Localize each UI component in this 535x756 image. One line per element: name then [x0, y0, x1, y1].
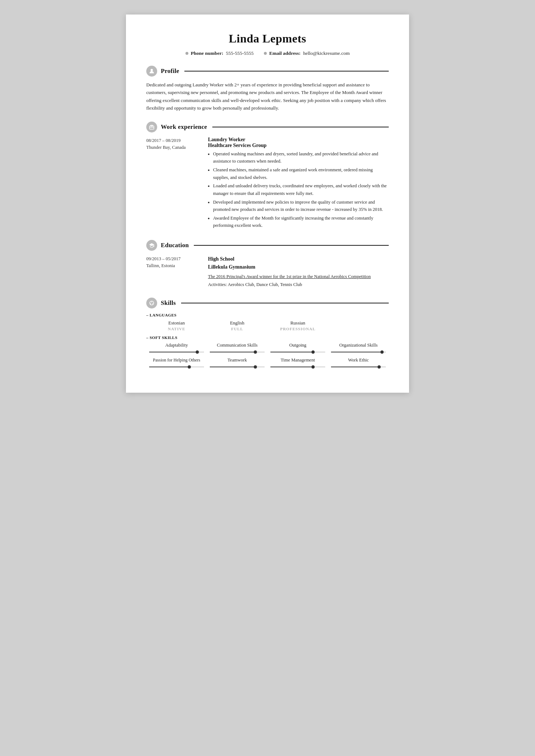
- candidate-name: Linda Lepmets: [146, 32, 389, 45]
- edu-entry-right: High School Lillekula Gymnasium The 2016…: [208, 255, 389, 288]
- skill-adaptability: Adaptability: [146, 343, 207, 350]
- edu-location: Tallinn, Estonia: [146, 262, 208, 269]
- work-entry-left: 08/2017 – 08/2019 Thunder Bay, Canada: [146, 137, 208, 230]
- lang-russian-level: PROFESSIONAL: [268, 327, 328, 331]
- skill-bar-work-ethic: [328, 367, 389, 367]
- lang-estonian: Estonian NATIVE: [146, 320, 207, 331]
- lang-english-name: English: [207, 320, 268, 326]
- soft-skills-row2-bars: [146, 367, 389, 367]
- education-title: Education: [161, 242, 189, 249]
- work-bullet-3: Loaded and unloaded delivery trucks, coo…: [213, 182, 389, 197]
- phone-value: 555-555-5555: [226, 50, 254, 56]
- work-divider: [212, 127, 389, 127]
- skill-fill-passion: [149, 367, 188, 367]
- skills-icon: [146, 298, 157, 308]
- edu-section-header: Education: [146, 240, 389, 251]
- skill-teamwork: Teamwork: [207, 357, 268, 365]
- edu-entry: 09/2013 – 05/2017 Tallinn, Estonia High …: [146, 255, 389, 288]
- skill-work-ethic: Work Ethic: [328, 357, 389, 365]
- email-dot-icon: [264, 52, 267, 55]
- work-dates: 08/2017 – 08/2019: [146, 137, 208, 144]
- profile-section: Profile Dedicated and outgoing Laundry W…: [146, 66, 389, 112]
- edu-institution: Lillekula Gymnasium: [208, 263, 389, 271]
- skills-divider: [181, 303, 389, 303]
- skill-bar-organizational: [328, 352, 389, 352]
- skill-communication: Communication Skills: [207, 343, 268, 350]
- profile-section-header: Profile: [146, 66, 389, 77]
- skill-track-passion: [149, 367, 204, 367]
- languages-label: – LANGUAGES: [146, 313, 389, 317]
- skill-track-teamwork: [210, 367, 265, 367]
- profile-text: Dedicated and outgoing Laundry Worker wi…: [146, 81, 389, 112]
- skill-bar-passion: [146, 367, 207, 367]
- skill-bar-teamwork: [207, 367, 268, 367]
- work-section-header: Work experience: [146, 122, 389, 132]
- work-bullet-4: Developed and implemented new policies t…: [213, 199, 389, 213]
- skill-track-adaptability: [149, 352, 204, 352]
- phone-label: Phone number:: [191, 50, 224, 56]
- skills-content: – LANGUAGES Estonian NATIVE English FULL…: [146, 313, 389, 367]
- work-icon: [146, 122, 157, 132]
- skill-outgoing: Outgoing: [268, 343, 328, 350]
- skill-fill-communication: [210, 352, 254, 352]
- skill-bar-adaptability: [146, 352, 207, 352]
- work-location: Thunder Bay, Canada: [146, 144, 208, 151]
- work-entry: 08/2017 – 08/2019 Thunder Bay, Canada La…: [146, 137, 389, 230]
- edu-entry-left: 09/2013 – 05/2017 Tallinn, Estonia: [146, 255, 208, 288]
- soft-skills-row2-names: Passion for Helping Others Teamwork Time…: [146, 357, 389, 365]
- skill-passion: Passion for Helping Others: [146, 357, 207, 365]
- svg-point-9: [150, 303, 151, 304]
- svg-point-8: [151, 302, 152, 302]
- skills-section-header: Skills: [146, 298, 389, 308]
- profile-divider: [184, 71, 389, 71]
- skill-dot-passion: [188, 365, 191, 368]
- email-label: Email address:: [269, 50, 301, 56]
- skill-track-organizational: [331, 352, 386, 352]
- work-bullet-2: Cleaned machines, maintained a safe and …: [213, 166, 389, 181]
- skill-dot-teamwork: [254, 365, 257, 368]
- skill-dot-outgoing: [311, 350, 315, 354]
- phone-dot-icon: [185, 52, 188, 55]
- work-bullet-5: Awarded Employee of the Month for signif…: [213, 214, 389, 229]
- skill-bar-time-mgmt: [268, 367, 328, 367]
- edu-divider: [194, 245, 389, 246]
- skill-track-outgoing: [270, 352, 325, 352]
- skill-fill-teamwork: [210, 367, 254, 367]
- skill-bar-outgoing: [268, 352, 328, 352]
- edu-activities: Activities: Aerobics Club, Dance Club, T…: [208, 281, 389, 288]
- svg-point-6: [154, 246, 154, 247]
- edu-school: High School: [208, 255, 389, 263]
- soft-skills-row1-bars: [146, 352, 389, 352]
- lang-english: English FULL: [207, 320, 268, 331]
- skill-track-time-mgmt: [270, 367, 325, 367]
- skill-track-communication: [210, 352, 265, 352]
- skill-dot-organizational: [380, 350, 384, 354]
- education-section: Education 09/2013 – 05/2017 Tallinn, Est…: [146, 240, 389, 288]
- lang-estonian-name: Estonian: [146, 320, 207, 326]
- lang-english-level: FULL: [207, 327, 268, 331]
- edu-dates: 09/2013 – 05/2017: [146, 256, 208, 262]
- profile-title: Profile: [161, 68, 179, 75]
- skill-dot-work-ethic: [377, 365, 381, 368]
- resume-header: Linda Lepmets Phone number: 555-555-5555…: [146, 32, 389, 56]
- skill-track-work-ethic: [331, 367, 386, 367]
- phone-item: Phone number: 555-555-5555: [185, 50, 254, 56]
- lang-russian: Russian PROFESSIONAL: [268, 320, 328, 331]
- languages-row: Estonian NATIVE English FULL Russian PRO…: [146, 320, 389, 331]
- skill-dot-adaptability: [196, 350, 199, 354]
- email-value: hello@kickresume.com: [303, 50, 350, 56]
- skill-fill-work-ethic: [331, 367, 377, 367]
- skill-organizational: Organizational Skills: [328, 343, 389, 350]
- resume-page: Linda Lepmets Phone number: 555-555-5555…: [126, 15, 409, 393]
- profile-icon: [146, 66, 157, 77]
- work-bullets: Operated washing machines and dryers, so…: [213, 150, 389, 229]
- contact-row: Phone number: 555-555-5555 Email address…: [146, 50, 389, 56]
- work-role: Laundry Worker: [208, 137, 389, 143]
- work-entry-right: Laundry Worker Healthcare Services Group…: [208, 137, 389, 230]
- email-item: Email address: hello@kickresume.com: [264, 50, 350, 56]
- education-icon: [146, 240, 157, 251]
- soft-skills-label: – SOFT SKILLS: [146, 335, 389, 340]
- skill-time-mgmt: Time Management: [268, 357, 328, 365]
- skills-title: Skills: [161, 299, 176, 307]
- work-bullet-1: Operated washing machines and dryers, so…: [213, 150, 389, 165]
